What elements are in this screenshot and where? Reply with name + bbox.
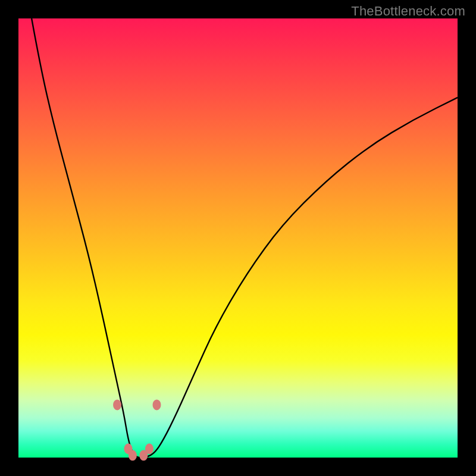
bottleneck-curve-svg [18, 18, 458, 458]
highlight-markers-group [113, 399, 161, 461]
watermark-text: TheBottleneck.com [351, 4, 465, 19]
highlight-marker [145, 443, 154, 454]
bottleneck-curve-path [32, 18, 458, 458]
highlight-marker [129, 450, 137, 461]
chart-canvas [18, 18, 458, 458]
highlight-marker [113, 399, 121, 410]
highlight-marker [152, 399, 161, 410]
